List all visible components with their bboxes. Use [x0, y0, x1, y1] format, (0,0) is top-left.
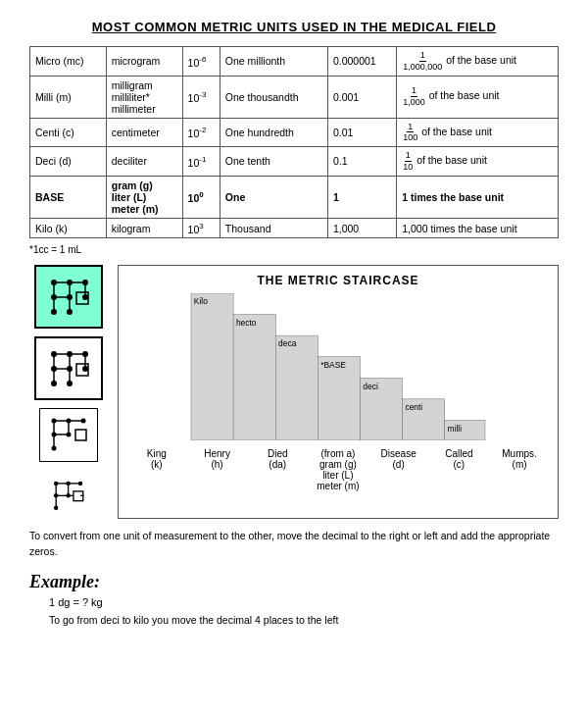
table-row: Deci (d): [30, 147, 107, 177]
bottom-label: King(k): [132, 448, 181, 491]
circuit-icon-1: [34, 265, 103, 329]
svg-rect-64: [191, 293, 233, 440]
table-row: Milli (m): [30, 76, 107, 118]
svg-text:milli: milli: [448, 424, 463, 434]
bottom-labels: King(k)Henry(h)Died(da)(from a)gram (g)l…: [126, 448, 550, 491]
staircase-title: THE METRIC STAIRCASE: [126, 274, 550, 287]
bottom-label: (from a)gram (g)liter (L)meter (m): [314, 448, 363, 491]
svg-text:Kilo: Kilo: [194, 297, 208, 307]
metric-table: Micro (mc)microgram10-6One millionth0.00…: [29, 46, 559, 238]
svg-text:hecto: hecto: [236, 318, 257, 328]
circuit-icon-2: [34, 336, 103, 400]
table-row: Micro (mc): [30, 47, 107, 77]
bottom-label: Henry(h): [193, 448, 242, 491]
svg-text:deca: deca: [278, 339, 297, 349]
table-row: BASE: [30, 176, 107, 218]
svg-text:*BASE: *BASE: [320, 360, 346, 370]
example-title: Example:: [29, 572, 559, 592]
icons-column: [29, 265, 108, 519]
example-solution: To go from deci to kilo you move the dec…: [49, 614, 559, 626]
page-title: MOST COMMON METRIC UNITS USED IN THE MED…: [29, 20, 559, 34]
bottom-label: Died(da): [253, 448, 302, 491]
svg-rect-68: [275, 335, 318, 440]
bottom-label: Mumps.(m): [495, 448, 544, 491]
svg-rect-66: [233, 315, 275, 440]
staircase-diagram: THE METRIC STAIRCASE Kilo hecto deca *BA…: [118, 265, 559, 519]
svg-text:deci: deci: [363, 382, 378, 391]
circuit-icon-3: [39, 408, 98, 462]
table-row: Centi (c): [30, 118, 107, 147]
example-problem: 1 dg = ? kg: [49, 596, 559, 608]
bottom-label: Disease(d): [374, 448, 423, 491]
bottom-label: Called(c): [434, 448, 483, 491]
svg-rect-48: [75, 430, 86, 440]
conversion-text: To convert from one unit of measurement …: [29, 529, 559, 560]
staircase-section: THE METRIC STAIRCASE Kilo hecto deca *BA…: [29, 265, 559, 519]
circuit-icon-4: [42, 470, 96, 519]
example-section: Example: 1 dg = ? kg To go from deci to …: [29, 572, 559, 626]
svg-text:centi: centi: [405, 402, 422, 412]
note-1cc: *1cc = 1 mL: [29, 244, 559, 255]
table-row: Kilo (k): [30, 218, 107, 238]
